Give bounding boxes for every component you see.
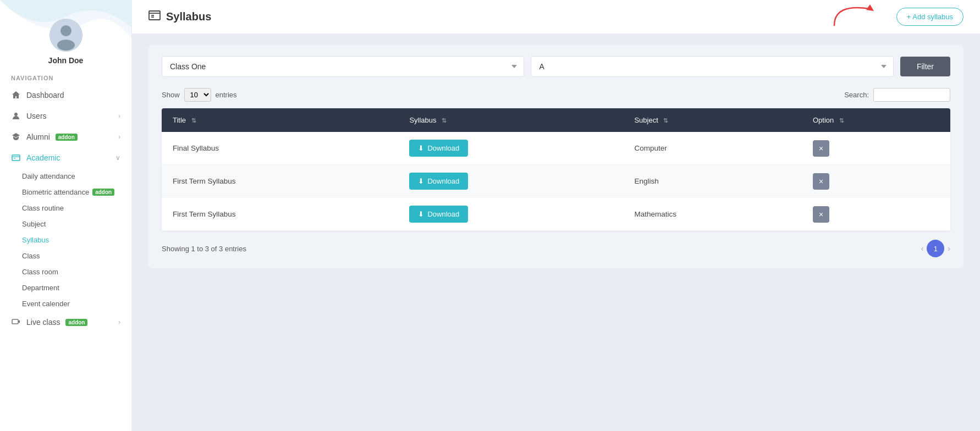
col-option: Option ⇅ — [802, 108, 950, 132]
search-label: Search: — [844, 91, 869, 99]
entries-select[interactable]: 10 25 50 — [184, 88, 211, 102]
sidebar-item-alumni[interactable]: Alumni addon › — [0, 126, 131, 147]
show-label: Show — [162, 91, 180, 99]
delete-button-row1[interactable]: × — [813, 140, 829, 157]
download-button-row2[interactable]: ⬇ Download — [409, 173, 468, 190]
live-class-addon-badge: addon — [65, 319, 87, 326]
arrow-indicator — [829, 0, 878, 31]
col-syllabus: Syllabus ⇅ — [398, 108, 623, 132]
add-syllabus-button[interactable]: + Add syllabus — [896, 8, 964, 26]
subnav-biometric-attendance[interactable]: Biometric attendance addon — [22, 184, 131, 200]
row3-subject: Mathematics — [623, 198, 802, 231]
subnav-daily-attendance[interactable]: Daily attendance — [22, 168, 131, 184]
dashboard-icon — [11, 90, 21, 100]
showing-text: Showing 1 to 3 of 3 entries — [162, 245, 246, 253]
next-page-button[interactable]: › — [948, 244, 950, 253]
academic-icon — [11, 153, 21, 163]
sidebar-item-users[interactable]: Users › — [0, 106, 131, 126]
entries-label: entries — [216, 91, 237, 99]
show-entries: Show 10 25 50 entries — [162, 88, 237, 102]
table-row: First Term Syllabus ⬇ Download Mathemati… — [162, 198, 950, 231]
pagination: ‹ 1 › — [921, 240, 950, 257]
row3-syllabus: ⬇ Download — [398, 198, 623, 231]
subnav-classroom[interactable]: Class room — [22, 264, 131, 280]
search-input[interactable] — [873, 88, 950, 102]
row2-syllabus: ⬇ Download — [398, 165, 623, 198]
live-class-label: Live class — [26, 318, 60, 327]
row1-title: Final Syllabus — [162, 132, 398, 165]
row2-subject: English — [623, 165, 802, 198]
subnav-class[interactable]: Class — [22, 248, 131, 264]
row2-title: First Term Syllabus — [162, 165, 398, 198]
syllabus-table: Title ⇅ Syllabus ⇅ Subject ⇅ — [162, 108, 950, 231]
alumni-icon — [11, 132, 21, 142]
subnav-class-routine[interactable]: Class routine — [22, 200, 131, 216]
download-button-row3[interactable]: ⬇ Download — [409, 206, 468, 223]
filter-row: Class One Class Two Class Three A B C Fi… — [162, 56, 950, 77]
sort-option-icon[interactable]: ⇅ — [839, 117, 844, 124]
search-row: Search: — [844, 88, 950, 102]
col-subject: Subject ⇅ — [623, 108, 802, 132]
subnav-event-calendar[interactable]: Event calender — [22, 296, 131, 312]
alumni-addon-badge: addon — [56, 134, 78, 141]
sidebar-item-label: Users — [26, 112, 47, 120]
table-controls: Show 10 25 50 entries Search: — [162, 88, 950, 102]
subnav-subject[interactable]: Subject — [22, 216, 131, 232]
sort-syllabus-icon[interactable]: ⇅ — [442, 117, 447, 124]
row1-syllabus: ⬇ Download — [398, 132, 623, 165]
chevron-right-icon: › — [118, 112, 120, 120]
svg-point-1 — [60, 25, 71, 36]
download-icon-row3: ⬇ — [418, 210, 424, 218]
page-1-button[interactable]: 1 — [927, 240, 944, 257]
delete-icon-row1: × — [819, 144, 823, 153]
chevron-down-icon: ∨ — [115, 154, 120, 162]
subnav-syllabus[interactable]: Syllabus — [22, 232, 131, 248]
sort-title-icon[interactable]: ⇅ — [191, 117, 196, 124]
svg-point-3 — [14, 113, 18, 116]
svg-rect-8 — [149, 11, 160, 20]
row1-subject: Computer — [623, 132, 802, 165]
sidebar-item-live-class[interactable]: Live class addon › — [0, 312, 131, 333]
table-footer: Showing 1 to 3 of 3 entries ‹ 1 › — [162, 240, 950, 257]
svg-marker-12 — [866, 4, 874, 11]
row1-option: × — [802, 132, 950, 165]
svg-rect-4 — [12, 155, 20, 161]
table-row: Final Syllabus ⬇ Download Computer × — [162, 132, 950, 165]
class-filter-select[interactable]: Class One Class Two Class Three — [162, 56, 524, 77]
biometric-addon-badge: addon — [92, 189, 114, 196]
header-right: + Add syllabus — [896, 8, 964, 26]
sidebar-item-academic[interactable]: Academic ∨ — [0, 147, 131, 168]
syllabus-header-icon — [148, 10, 161, 23]
sidebar-item-label: Dashboard — [26, 91, 64, 100]
sidebar-item-dashboard[interactable]: Dashboard — [0, 85, 131, 106]
academic-submenu: Daily attendance Biometric attendance ad… — [0, 168, 131, 312]
download-icon-row2: ⬇ — [418, 177, 424, 185]
username: John Doe — [48, 56, 84, 65]
avatar — [49, 19, 82, 52]
header-left: Syllabus — [148, 10, 211, 23]
download-button-row1[interactable]: ⬇ Download — [409, 140, 468, 157]
delete-icon-row2: × — [819, 177, 823, 186]
svg-rect-7 — [12, 319, 18, 324]
sidebar-item-label: Alumni — [26, 132, 50, 141]
svg-point-2 — [57, 40, 75, 51]
sidebar-item-label: Academic — [26, 153, 60, 162]
row3-title: First Term Syllabus — [162, 198, 398, 231]
delete-button-row2[interactable]: × — [813, 173, 829, 190]
chevron-right-icon: › — [118, 133, 120, 141]
delete-button-row3[interactable]: × — [813, 206, 829, 223]
user-icon — [11, 111, 21, 121]
sort-subject-icon[interactable]: ⇅ — [663, 117, 668, 124]
header: Syllabus + Add syllabus — [132, 0, 980, 34]
table-row: First Term Syllabus ⬇ Download English — [162, 165, 950, 198]
live-class-icon — [11, 317, 21, 327]
section-filter-select[interactable]: A B C — [531, 56, 893, 77]
sidebar: John Doe NAVIGATION Dashboard Users › Al… — [0, 0, 132, 431]
download-icon-row1: ⬇ — [418, 144, 424, 152]
row3-option: × — [802, 198, 950, 231]
row2-option: × — [802, 165, 950, 198]
filter-button[interactable]: Filter — [900, 57, 950, 76]
nav-label: NAVIGATION — [0, 75, 131, 85]
prev-page-button[interactable]: ‹ — [921, 244, 924, 253]
subnav-department[interactable]: Department — [22, 280, 131, 296]
